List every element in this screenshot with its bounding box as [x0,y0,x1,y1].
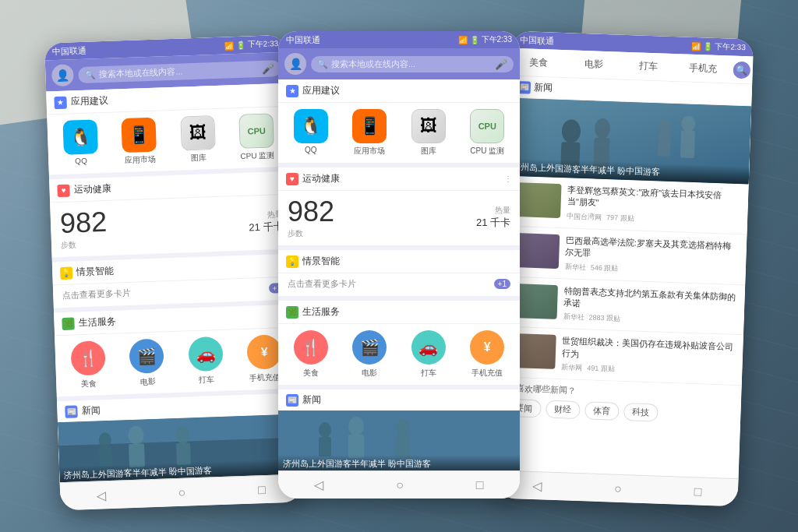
nav-home-1[interactable]: ○ [178,485,185,499]
section-icon-news-1: 📰 [65,405,78,418]
section-more-health-2[interactable]: ⋮ [504,174,512,183]
news-title-2-3: 巴西最高选举法院:罗塞夫及其竞选搭档特梅尔无罪 [565,234,739,265]
time-2: 下午2:33 [482,34,512,45]
app-gallery-1[interactable]: 🖼 图库 [174,115,222,164]
life-label-taxi-2: 打车 [421,368,436,379]
cat-tab-movie[interactable]: 电影 [566,55,621,74]
section-icon-apps-2: ★ [286,85,298,97]
nav-back-3[interactable]: ◁ [532,478,542,493]
svg-rect-24 [680,130,695,158]
app-label-cpu-1: CPU 监测 [240,150,274,162]
app-icon-qq-2: 🐧 [294,109,328,143]
app-cpu-1[interactable]: CPU CPU 监测 [233,113,281,162]
heat-info-2: 热量 21 千卡 [476,205,510,230]
section-title-life-2: 生活服务 [302,305,340,319]
context-text-2[interactable]: 点击查看更多卡片 [288,278,356,290]
search-placeholder-1: 搜索本地或在线内容... [98,65,183,80]
life-icon-food-2: 🍴 [294,330,328,365]
nav-back-1[interactable]: ◁ [96,488,106,502]
life-topup-2[interactable]: ¥ 手机充值 [470,330,504,379]
section-smart-1: 💡 情景智能 点击查看更多卡片 +1 [52,254,295,308]
search-btn-3[interactable]: 🔍 [730,61,753,79]
search-icon-2: 🔍 [317,59,328,69]
section-icon-smart-2: 💡 [286,255,298,268]
pref-tag-sports[interactable]: 体育 [584,401,620,421]
cat-tab-topup[interactable]: 手机充 [676,58,731,78]
news-item-3-3[interactable]: 特朗普表态支持北约第五条款有关集体防御的承诺 新华社 2883 跟贴 [502,277,745,336]
section-news-1: 📰 新闻 济州岛上外国游客半年减半 盼中国游 [57,393,302,484]
bottom-nav-2: ◁ ○ □ [278,470,520,499]
nav-home-3[interactable]: ○ [614,481,622,495]
life-topup-1[interactable]: ¥ 手机充值 [246,334,282,383]
life-icon-movie-1: 🎬 [129,338,165,374]
news-item-1-3[interactable]: 李登辉悠骂蔡英文:"政府"该去日本找安倍当"朋友" 中国台湾网 797 跟贴 [506,176,749,235]
life-movie-1[interactable]: 🎬 电影 [129,338,165,387]
search-input-1[interactable]: 🔍 搜索本地或在线内容... 🎤 [78,60,281,83]
life-movie-2[interactable]: 🎬 电影 [352,330,387,379]
app-label-market-1: 应用市场 [124,154,155,166]
news-header-2: 📰 新闻 [278,389,520,410]
svg-rect-22 [658,132,671,157]
app-cpu-2[interactable]: CPU CPU 监测 [464,109,510,157]
avatar-2[interactable]: 👤 [284,53,306,75]
news-list-3: 李登辉悠骂蔡英文:"政府"该去日本找安倍当"朋友" 中国台湾网 797 跟贴 巴… [500,176,749,386]
pref-tag-finance[interactable]: 财经 [546,400,581,420]
section-icon-health-1: ♥ [57,184,70,197]
app-label-gallery-2: 图库 [421,146,436,157]
status-bar-2: 中国联通 📶 🔋 下午2:33 [278,31,520,48]
mic-icon-2[interactable]: 🎤 [495,58,507,70]
status-right-3: 📶 🔋 下午2:33 [691,41,746,53]
news-text-2-3: 巴西最高选举法院:罗塞夫及其竞选搭档特梅尔无罪 新华社 546 跟贴 [565,234,740,277]
battery-icon-3: 🔋 [703,42,712,51]
life-taxi-2[interactable]: 🚗 打车 [411,330,446,379]
section-title-news-2: 新闻 [302,393,321,407]
plus-badge-2: +1 [494,279,510,289]
news-item-2-3[interactable]: 巴西最高选举法院:罗塞夫及其竞选搭档特梅尔无罪 新华社 546 跟贴 [503,226,747,285]
cat-tab-taxi[interactable]: 打车 [621,57,676,76]
app-market-1[interactable]: 📱 应用市场 [115,117,164,166]
context-content-2: 点击查看更多卡片 +1 [278,273,520,296]
phone-content-2: ★ 应用建议 🐧 QQ 📱 应用市场 🖼 图库 [278,79,520,484]
svg-point-9 [319,422,331,438]
app-gallery-2[interactable]: 🖼 图库 [405,109,452,157]
search-icon-1: 🔍 [84,69,95,79]
avatar-1[interactable]: 👤 [51,64,74,86]
app-label-gallery-1: 图库 [191,152,207,164]
life-label-taxi-1: 打车 [199,374,214,386]
signal-icon-1: 📶 [224,41,234,50]
news-meta-2-3: 新华社 546 跟贴 [565,262,738,278]
context-text-1[interactable]: 点击查看更多卡片 [62,287,131,301]
mic-icon-1[interactable]: 🎤 [262,62,275,75]
app-market-2[interactable]: 📱 应用市场 [346,109,393,157]
life-icon-movie-2: 🎬 [352,330,387,365]
life-food-1[interactable]: 🍴 美食 [70,340,106,389]
section-header-apps-2: ★ 应用建议 [278,79,520,103]
nav-back-2[interactable]: ◁ [314,477,323,492]
app-icon-market-2: 📱 [352,109,387,143]
section-apps-2: ★ 应用建议 🐧 QQ 📱 应用市场 🖼 图库 [278,79,520,163]
news-item-4-3[interactable]: 世贸组织裁决：美国仍存在违规补贴波音公司行为 新华网 491 跟贴 [500,327,743,386]
life-taxi-1[interactable]: 🚗 打车 [188,336,224,386]
app-qq-2[interactable]: 🐧 QQ [288,109,334,157]
life-food-2[interactable]: 🍴 美食 [294,330,328,379]
search-placeholder-2: 搜索本地或在线内容... [331,58,415,70]
signal-icon-2: 📶 [458,36,468,44]
life-icon-food-1: 🍴 [70,340,106,376]
pref-tag-tech[interactable]: 科技 [623,403,659,422]
heat-label-2: 热量 [476,205,510,216]
signal-icon-3: 📶 [691,41,701,50]
nav-home-2[interactable]: ○ [396,478,404,492]
news-comments-3-3: 2883 跟贴 [588,313,620,324]
nav-recent-3[interactable]: □ [694,484,701,499]
nav-recent-1[interactable]: □ [258,483,266,497]
carrier-1: 中国联通 [52,44,87,58]
news-source-4-3: 新华网 [561,362,582,373]
status-right-1: 📶 🔋 下午2:33 [224,38,279,51]
life-icon-taxi-1: 🚗 [188,336,224,372]
section-icon-life-1: 🌿 [62,317,75,330]
health-content-1: 982 步数 热量 21 千卡 [50,195,293,258]
news-main-image-3: 济州岛上外国游客半年减半 盼中国游客 [507,98,751,185]
app-qq-1[interactable]: 🐧 QQ [56,119,104,168]
nav-recent-2[interactable]: □ [476,478,484,492]
search-input-2[interactable]: 🔍 搜索本地或在线内容... 🎤 [311,56,514,72]
